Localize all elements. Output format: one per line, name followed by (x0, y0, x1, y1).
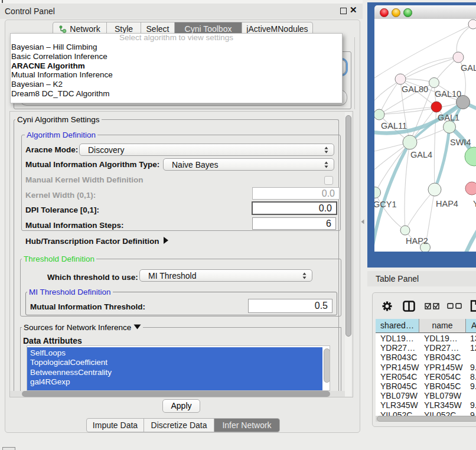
svg-text:GAL80: GAL80 (402, 84, 428, 94)
svg-text:HAP4: HAP4 (436, 199, 458, 208)
svg-text:GCY1: GCY1 (374, 200, 397, 209)
svg-text:SWI4: SWI4 (450, 138, 471, 147)
svg-text:HAP2: HAP2 (406, 236, 428, 246)
svg-text:GAL1: GAL1 (438, 113, 459, 122)
svg-text:GAL4: GAL4 (410, 150, 432, 159)
svg-text:GAL11: GAL11 (381, 121, 407, 131)
svg-text:Y: Y (473, 199, 476, 208)
svg-text:GAL: GAL (461, 63, 476, 73)
svg-text:GAL10: GAL10 (435, 89, 461, 99)
